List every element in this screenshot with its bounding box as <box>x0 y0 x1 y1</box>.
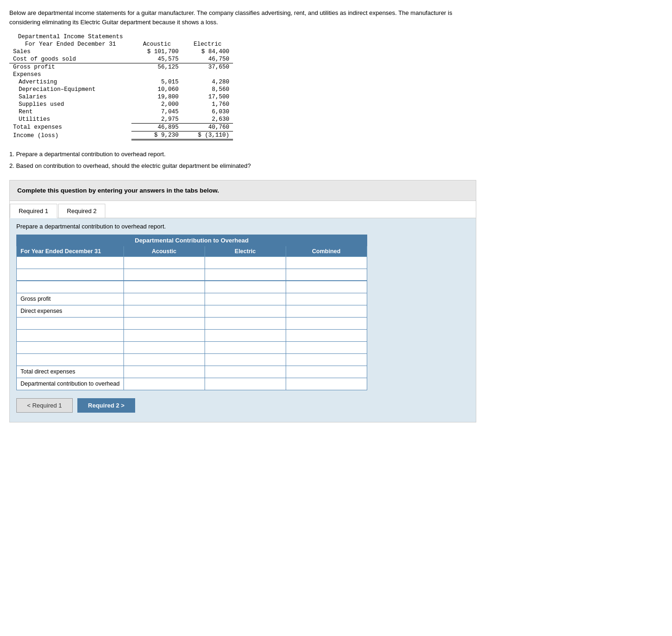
table-row: Departmental contribution to overhead <box>17 378 367 390</box>
row1-combined-input[interactable] <box>290 259 363 266</box>
gross-profit-combined[interactable] <box>290 296 363 302</box>
dept-contrib-electric[interactable] <box>209 380 282 387</box>
tab-description: Prepare a departmental contribution to o… <box>16 223 469 230</box>
total-direct-label: Total direct expenses <box>17 366 124 378</box>
dept-contrib-acoustic[interactable] <box>128 380 201 387</box>
gross-profit-acoustic[interactable] <box>128 296 201 302</box>
row7-electric-input[interactable] <box>209 332 282 339</box>
row3-combined-input[interactable] <box>290 284 363 290</box>
income-title: Departmental Income Statements <box>9 33 131 41</box>
table-row <box>17 281 367 293</box>
question-1: 1. Prepare a departmental contribution t… <box>9 149 476 159</box>
row9-combined-input[interactable] <box>290 356 363 363</box>
row7-combined-input[interactable] <box>290 332 363 339</box>
table-row: Sales $ 101,700 $ 84,400 <box>9 48 233 55</box>
dept-contrib-combined[interactable] <box>290 380 363 387</box>
income-statements-table: Departmental Income Statements For Year … <box>9 33 233 140</box>
bottom-nav: < Required 1 Required 2 > <box>16 398 469 415</box>
row2-acoustic-input[interactable] <box>128 271 201 278</box>
table-row: Direct expenses <box>17 305 367 317</box>
instruction-bar: Complete this question by entering your … <box>9 180 476 201</box>
tab-required-2[interactable]: Required 2 <box>58 204 106 218</box>
row6-label-input[interactable] <box>21 320 120 326</box>
direct-exp-electric[interactable] <box>209 308 282 314</box>
intro-text: Below are departmental income statements… <box>9 8 476 27</box>
total-direct-electric[interactable] <box>209 368 282 375</box>
row1-electric-input[interactable] <box>209 259 282 266</box>
row3-electric-input[interactable] <box>209 284 282 290</box>
table-row: Total expenses 46,895 40,760 <box>9 124 233 131</box>
row6-combined-input[interactable] <box>290 320 363 326</box>
direct-expenses-label: Direct expenses <box>17 305 124 317</box>
gross-profit-label: Gross profit <box>17 293 124 305</box>
table-row: Expenses <box>9 71 233 78</box>
row3-acoustic-input[interactable] <box>128 284 201 290</box>
total-direct-acoustic[interactable] <box>128 368 201 375</box>
contribution-table: Departmental Contribution to Overhead Fo… <box>16 235 367 390</box>
table-row: Total direct expenses <box>17 366 367 378</box>
row2-electric-input[interactable] <box>209 271 282 278</box>
table-row <box>17 317 367 329</box>
table-row: Depreciation–Equipment 10,060 8,560 <box>9 86 233 93</box>
row8-label-input[interactable] <box>21 344 120 351</box>
contrib-subtitle: For Year Ended December 31 <box>17 246 124 256</box>
table-row: Gross profit <box>17 293 367 305</box>
table-row <box>17 341 367 353</box>
total-direct-combined[interactable] <box>290 368 363 375</box>
row1-acoustic-input[interactable] <box>128 259 201 266</box>
table-row: Utilities 2,975 2,630 <box>9 116 233 124</box>
col1-header: Acoustic <box>131 41 182 48</box>
row9-label-input[interactable] <box>21 356 120 363</box>
row6-acoustic-input[interactable] <box>128 320 201 326</box>
row9-acoustic-input[interactable] <box>128 356 201 363</box>
dept-contrib-label: Departmental contribution to overhead <box>17 378 124 390</box>
row2-combined-input[interactable] <box>290 271 363 278</box>
contrib-title: Departmental Contribution to Overhead <box>17 235 367 246</box>
gross-profit-electric[interactable] <box>209 296 282 302</box>
table-row: Rent 7,045 6,030 <box>9 108 233 116</box>
tab-required-1[interactable]: Required 1 <box>10 204 57 218</box>
prev-button[interactable]: < Required 1 <box>16 398 73 413</box>
table-row: Supplies used 2,000 1,760 <box>9 101 233 108</box>
tabs-row: Required 1 Required 2 <box>10 201 476 218</box>
row7-label-input[interactable] <box>21 332 120 339</box>
table-row <box>17 269 367 281</box>
income-subtitle: For Year Ended December 31 <box>9 41 131 48</box>
row2-label-input[interactable] <box>21 271 120 278</box>
contrib-col-electric: Electric <box>205 246 286 256</box>
table-row: Salaries 19,800 17,500 <box>9 93 233 101</box>
table-row: Advertising 5,015 4,280 <box>9 78 233 86</box>
row8-combined-input[interactable] <box>290 344 363 351</box>
row8-acoustic-input[interactable] <box>128 344 201 351</box>
tab-1-content: Prepare a departmental contribution to o… <box>10 218 476 422</box>
table-row <box>17 353 367 366</box>
col2-header: Electric <box>182 41 233 48</box>
row3-label-input[interactable] <box>21 284 120 290</box>
row6-electric-input[interactable] <box>209 320 282 326</box>
table-row: Cost of goods sold 45,575 46,750 <box>9 55 233 63</box>
table-row <box>17 329 367 341</box>
table-row: Gross profit 56,125 37,650 <box>9 63 233 71</box>
row7-acoustic-input[interactable] <box>128 332 201 339</box>
table-row: Income (loss) $ 9,230 $ (3,110) <box>9 131 233 140</box>
contrib-col-acoustic: Acoustic <box>123 246 205 256</box>
question-2: 2. Based on contribution to overhead, sh… <box>9 160 476 171</box>
tabs-container: Required 1 Required 2 Prepare a departme… <box>9 201 476 422</box>
direct-exp-combined[interactable] <box>290 308 363 314</box>
questions-section: 1. Prepare a departmental contribution t… <box>9 149 476 172</box>
row8-electric-input[interactable] <box>209 344 282 351</box>
row9-electric-input[interactable] <box>209 356 282 363</box>
table-row <box>17 256 367 269</box>
direct-exp-acoustic[interactable] <box>128 308 201 314</box>
row1-label-input[interactable] <box>21 259 120 266</box>
next-button[interactable]: Required 2 > <box>77 398 135 413</box>
contrib-table-wrapper: Departmental Contribution to Overhead Fo… <box>16 235 367 390</box>
contrib-col-combined: Combined <box>286 246 367 256</box>
